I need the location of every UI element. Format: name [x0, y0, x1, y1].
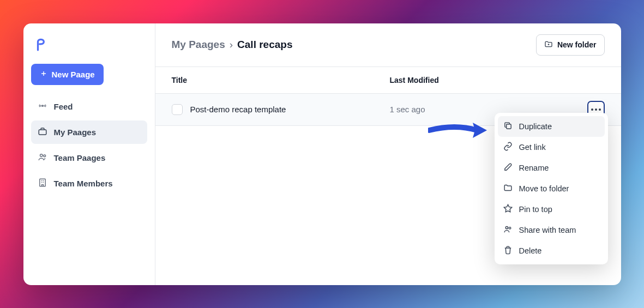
- folder-icon: [503, 183, 513, 194]
- row-context-menu: Duplicate Get link Rename Move to folder…: [495, 113, 608, 264]
- breadcrumb-current: Call recaps: [237, 39, 292, 51]
- sidebar-item-my-paages[interactable]: My Paages: [31, 120, 147, 144]
- topbar: My Paages › Call recaps New folder: [155, 23, 621, 67]
- svg-point-3: [43, 154, 45, 156]
- building-icon: [38, 178, 47, 189]
- svg-point-7: [509, 227, 511, 229]
- menu-item-duplicate[interactable]: Duplicate: [498, 116, 605, 137]
- table-header: Title Last Modified: [155, 67, 621, 93]
- svg-rect-1: [39, 130, 46, 135]
- svg-rect-5: [506, 124, 511, 129]
- svg-rect-4: [39, 179, 45, 186]
- menu-item-share[interactable]: Share with team: [498, 220, 605, 240]
- row-title: Post-demo recap template: [190, 105, 390, 114]
- menu-item-label: Share with team: [519, 226, 576, 234]
- menu-item-pin[interactable]: Pin to top: [498, 199, 605, 220]
- menu-item-label: Pin to top: [519, 205, 552, 214]
- menu-item-label: Duplicate: [519, 122, 552, 131]
- pencil-icon: [503, 162, 513, 173]
- menu-item-label: Rename: [519, 164, 549, 172]
- menu-item-rename[interactable]: Rename: [498, 158, 605, 178]
- menu-item-label: Get link: [519, 143, 546, 152]
- annotation-arrow: [428, 118, 488, 144]
- column-header-title[interactable]: Title: [172, 76, 390, 84]
- sidebar-item-label: Team Members: [54, 179, 113, 188]
- new-folder-button[interactable]: New folder: [536, 34, 605, 56]
- svg-point-0: [41, 105, 43, 106]
- new-folder-label: New folder: [557, 40, 597, 49]
- copy-icon: [503, 121, 513, 132]
- team-icon: [38, 152, 47, 164]
- breadcrumb: My Paages › Call recaps: [172, 39, 293, 51]
- breadcrumb-parent[interactable]: My Paages: [172, 39, 225, 51]
- star-icon: [503, 204, 513, 215]
- main-content: My Paages › Call recaps New folder Title…: [155, 23, 621, 285]
- new-paage-button[interactable]: New Paage: [31, 64, 104, 85]
- plus-icon: [40, 70, 47, 79]
- sidebar-item-label: Feed: [54, 102, 73, 111]
- sidebar-item-label: My Paages: [54, 128, 97, 137]
- sidebar-item-team-paages[interactable]: Team Paages: [31, 146, 147, 170]
- app-logo: [31, 32, 147, 64]
- menu-item-get-link[interactable]: Get link: [498, 137, 605, 158]
- sidebar-item-label: Team Paages: [54, 153, 106, 162]
- broadcast-icon: [38, 101, 47, 112]
- link-icon: [503, 142, 513, 153]
- sidebar-item-team-members[interactable]: Team Members: [31, 172, 147, 195]
- menu-item-delete[interactable]: Delete: [498, 240, 605, 261]
- svg-point-6: [505, 226, 508, 228]
- trash-icon: [503, 245, 513, 256]
- column-header-modified[interactable]: Last Modified: [390, 76, 605, 84]
- new-paage-label: New Paage: [52, 70, 95, 79]
- menu-item-move[interactable]: Move to folder: [498, 178, 605, 199]
- menu-item-label: Move to folder: [519, 184, 569, 193]
- menu-item-label: Delete: [519, 246, 542, 255]
- sidebar-item-feed[interactable]: Feed: [31, 95, 147, 118]
- users-icon: [503, 225, 513, 235]
- ellipsis-icon: [591, 108, 601, 111]
- svg-point-2: [40, 154, 43, 156]
- briefcase-icon: [38, 126, 47, 138]
- sidebar: New Paage Feed My Paages Team Paages Tea…: [23, 23, 155, 285]
- row-checkbox[interactable]: [172, 104, 183, 115]
- folder-plus-icon: [544, 40, 553, 50]
- app-window: New Paage Feed My Paages Team Paages Tea…: [23, 23, 621, 285]
- chevron-right-icon: ›: [230, 39, 233, 51]
